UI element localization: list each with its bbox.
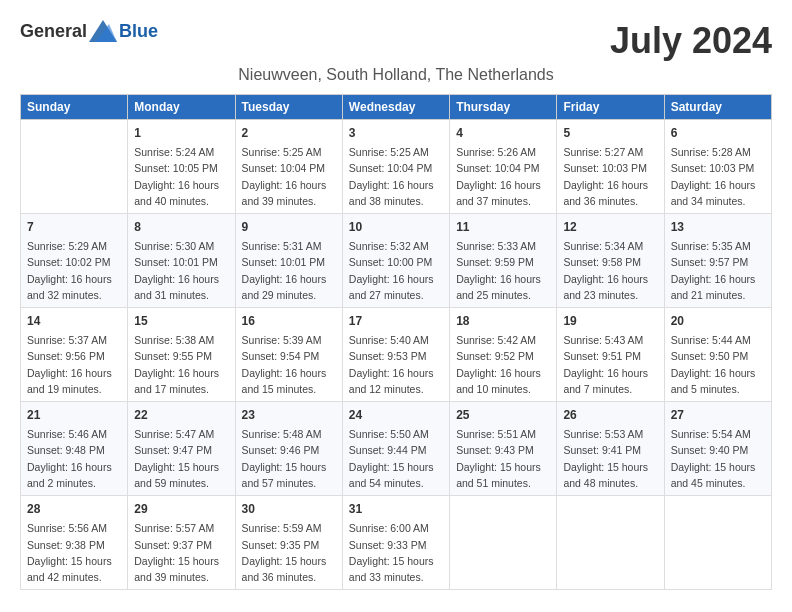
- calendar-cell: 13Sunrise: 5:35 AM Sunset: 9:57 PM Dayli…: [664, 214, 771, 308]
- calendar-cell: 23Sunrise: 5:48 AM Sunset: 9:46 PM Dayli…: [235, 402, 342, 496]
- day-number: 12: [563, 218, 657, 236]
- day-number: 29: [134, 500, 228, 518]
- day-info: Sunrise: 5:59 AM Sunset: 9:35 PM Dayligh…: [242, 520, 336, 585]
- day-info: Sunrise: 5:35 AM Sunset: 9:57 PM Dayligh…: [671, 238, 765, 303]
- day-info: Sunrise: 5:34 AM Sunset: 9:58 PM Dayligh…: [563, 238, 657, 303]
- day-number: 23: [242, 406, 336, 424]
- calendar-cell: 21Sunrise: 5:46 AM Sunset: 9:48 PM Dayli…: [21, 402, 128, 496]
- day-number: 26: [563, 406, 657, 424]
- day-number: 18: [456, 312, 550, 330]
- col-monday: Monday: [128, 95, 235, 120]
- calendar-cell: 8Sunrise: 5:30 AM Sunset: 10:01 PM Dayli…: [128, 214, 235, 308]
- day-info: Sunrise: 5:25 AM Sunset: 10:04 PM Daylig…: [349, 144, 443, 209]
- day-number: 8: [134, 218, 228, 236]
- calendar-header-row: Sunday Monday Tuesday Wednesday Thursday…: [21, 95, 772, 120]
- day-number: 19: [563, 312, 657, 330]
- calendar-cell: 27Sunrise: 5:54 AM Sunset: 9:40 PM Dayli…: [664, 402, 771, 496]
- day-info: Sunrise: 5:48 AM Sunset: 9:46 PM Dayligh…: [242, 426, 336, 491]
- calendar-cell: [450, 496, 557, 590]
- calendar-cell: 9Sunrise: 5:31 AM Sunset: 10:01 PM Dayli…: [235, 214, 342, 308]
- logo-icon: [89, 20, 117, 42]
- day-number: 16: [242, 312, 336, 330]
- day-info: Sunrise: 5:47 AM Sunset: 9:47 PM Dayligh…: [134, 426, 228, 491]
- day-info: Sunrise: 5:44 AM Sunset: 9:50 PM Dayligh…: [671, 332, 765, 397]
- day-number: 24: [349, 406, 443, 424]
- day-info: Sunrise: 5:56 AM Sunset: 9:38 PM Dayligh…: [27, 520, 121, 585]
- day-info: Sunrise: 5:51 AM Sunset: 9:43 PM Dayligh…: [456, 426, 550, 491]
- logo-general: General: [20, 21, 87, 42]
- day-number: 9: [242, 218, 336, 236]
- day-number: 13: [671, 218, 765, 236]
- calendar-cell: 30Sunrise: 5:59 AM Sunset: 9:35 PM Dayli…: [235, 496, 342, 590]
- calendar-cell: [664, 496, 771, 590]
- calendar-cell: 6Sunrise: 5:28 AM Sunset: 10:03 PM Dayli…: [664, 120, 771, 214]
- day-info: Sunrise: 5:57 AM Sunset: 9:37 PM Dayligh…: [134, 520, 228, 585]
- day-info: Sunrise: 5:39 AM Sunset: 9:54 PM Dayligh…: [242, 332, 336, 397]
- day-info: Sunrise: 5:40 AM Sunset: 9:53 PM Dayligh…: [349, 332, 443, 397]
- day-number: 11: [456, 218, 550, 236]
- day-info: Sunrise: 5:33 AM Sunset: 9:59 PM Dayligh…: [456, 238, 550, 303]
- title-area: July 2024: [610, 20, 772, 62]
- col-thursday: Thursday: [450, 95, 557, 120]
- calendar-cell: [21, 120, 128, 214]
- col-sunday: Sunday: [21, 95, 128, 120]
- day-number: 22: [134, 406, 228, 424]
- logo: General Blue: [20, 20, 158, 42]
- day-number: 31: [349, 500, 443, 518]
- day-info: Sunrise: 5:50 AM Sunset: 9:44 PM Dayligh…: [349, 426, 443, 491]
- day-number: 6: [671, 124, 765, 142]
- day-info: Sunrise: 5:28 AM Sunset: 10:03 PM Daylig…: [671, 144, 765, 209]
- calendar-cell: 3Sunrise: 5:25 AM Sunset: 10:04 PM Dayli…: [342, 120, 449, 214]
- day-info: Sunrise: 5:53 AM Sunset: 9:41 PM Dayligh…: [563, 426, 657, 491]
- location-subtitle: Nieuwveen, South Holland, The Netherland…: [20, 66, 772, 84]
- day-info: Sunrise: 5:29 AM Sunset: 10:02 PM Daylig…: [27, 238, 121, 303]
- calendar-cell: 20Sunrise: 5:44 AM Sunset: 9:50 PM Dayli…: [664, 308, 771, 402]
- day-number: 5: [563, 124, 657, 142]
- header: General Blue July 2024: [20, 20, 772, 62]
- day-info: Sunrise: 5:30 AM Sunset: 10:01 PM Daylig…: [134, 238, 228, 303]
- day-number: 4: [456, 124, 550, 142]
- day-number: 10: [349, 218, 443, 236]
- day-info: Sunrise: 5:26 AM Sunset: 10:04 PM Daylig…: [456, 144, 550, 209]
- calendar-cell: 11Sunrise: 5:33 AM Sunset: 9:59 PM Dayli…: [450, 214, 557, 308]
- calendar-cell: 24Sunrise: 5:50 AM Sunset: 9:44 PM Dayli…: [342, 402, 449, 496]
- col-saturday: Saturday: [664, 95, 771, 120]
- calendar-cell: 12Sunrise: 5:34 AM Sunset: 9:58 PM Dayli…: [557, 214, 664, 308]
- calendar-cell: 25Sunrise: 5:51 AM Sunset: 9:43 PM Dayli…: [450, 402, 557, 496]
- month-title: July 2024: [610, 20, 772, 62]
- day-number: 1: [134, 124, 228, 142]
- calendar-cell: 29Sunrise: 5:57 AM Sunset: 9:37 PM Dayli…: [128, 496, 235, 590]
- calendar-cell: [557, 496, 664, 590]
- day-number: 17: [349, 312, 443, 330]
- calendar-cell: 31Sunrise: 6:00 AM Sunset: 9:33 PM Dayli…: [342, 496, 449, 590]
- day-number: 28: [27, 500, 121, 518]
- calendar-cell: 28Sunrise: 5:56 AM Sunset: 9:38 PM Dayli…: [21, 496, 128, 590]
- calendar-week-row-4: 21Sunrise: 5:46 AM Sunset: 9:48 PM Dayli…: [21, 402, 772, 496]
- day-info: Sunrise: 5:43 AM Sunset: 9:51 PM Dayligh…: [563, 332, 657, 397]
- calendar-cell: 10Sunrise: 5:32 AM Sunset: 10:00 PM Dayl…: [342, 214, 449, 308]
- day-number: 2: [242, 124, 336, 142]
- day-number: 15: [134, 312, 228, 330]
- calendar-cell: 7Sunrise: 5:29 AM Sunset: 10:02 PM Dayli…: [21, 214, 128, 308]
- day-number: 27: [671, 406, 765, 424]
- day-info: Sunrise: 5:27 AM Sunset: 10:03 PM Daylig…: [563, 144, 657, 209]
- day-number: 20: [671, 312, 765, 330]
- calendar-cell: 2Sunrise: 5:25 AM Sunset: 10:04 PM Dayli…: [235, 120, 342, 214]
- calendar-cell: 22Sunrise: 5:47 AM Sunset: 9:47 PM Dayli…: [128, 402, 235, 496]
- calendar-cell: 19Sunrise: 5:43 AM Sunset: 9:51 PM Dayli…: [557, 308, 664, 402]
- day-info: Sunrise: 6:00 AM Sunset: 9:33 PM Dayligh…: [349, 520, 443, 585]
- day-number: 25: [456, 406, 550, 424]
- day-number: 7: [27, 218, 121, 236]
- calendar-cell: 18Sunrise: 5:42 AM Sunset: 9:52 PM Dayli…: [450, 308, 557, 402]
- calendar-week-row-3: 14Sunrise: 5:37 AM Sunset: 9:56 PM Dayli…: [21, 308, 772, 402]
- calendar-cell: 14Sunrise: 5:37 AM Sunset: 9:56 PM Dayli…: [21, 308, 128, 402]
- day-number: 14: [27, 312, 121, 330]
- calendar-cell: 1Sunrise: 5:24 AM Sunset: 10:05 PM Dayli…: [128, 120, 235, 214]
- day-number: 3: [349, 124, 443, 142]
- day-info: Sunrise: 5:24 AM Sunset: 10:05 PM Daylig…: [134, 144, 228, 209]
- day-info: Sunrise: 5:38 AM Sunset: 9:55 PM Dayligh…: [134, 332, 228, 397]
- day-info: Sunrise: 5:31 AM Sunset: 10:01 PM Daylig…: [242, 238, 336, 303]
- calendar-cell: 5Sunrise: 5:27 AM Sunset: 10:03 PM Dayli…: [557, 120, 664, 214]
- day-info: Sunrise: 5:54 AM Sunset: 9:40 PM Dayligh…: [671, 426, 765, 491]
- day-info: Sunrise: 5:37 AM Sunset: 9:56 PM Dayligh…: [27, 332, 121, 397]
